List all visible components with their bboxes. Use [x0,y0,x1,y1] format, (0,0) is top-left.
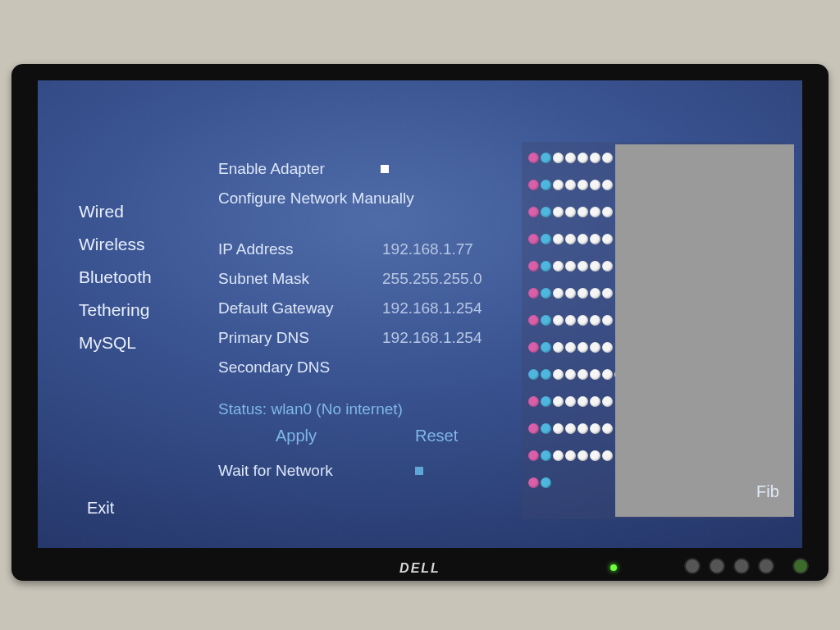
sidebar-item-mysql[interactable]: MySQL [79,326,202,359]
subnet-mask-label: Subnet Mask [218,270,358,288]
enable-adapter-checkbox[interactable] [381,165,389,173]
monitor-button [758,558,774,574]
ip-address-label: IP Address [218,240,358,258]
sidebar-item-bluetooth[interactable]: Bluetooth [79,261,202,294]
settings-panel: Enable Adapter Configure Network Manuall… [218,154,505,480]
status-text: Status: wlan0 (No internet) [218,400,505,418]
default-gateway-value[interactable]: 192.168.1.254 [382,299,482,317]
ip-address-value[interactable]: 192.168.1.77 [382,240,473,258]
monitor-button [684,558,701,574]
redacted-network-list [615,144,794,517]
signal-indicator-icon [528,369,625,380]
apply-button[interactable]: Apply [276,427,317,445]
sidebar: Wired Wireless Bluetooth Tethering MySQL [79,195,202,359]
signal-indicator-icon [528,234,625,244]
monitor-button [733,558,750,574]
signal-indicator-icon [528,423,625,434]
network-item-partial[interactable]: Fib [756,482,779,501]
wait-for-network-checkbox[interactable] [415,467,423,475]
signal-indicator-icon [528,396,625,407]
sidebar-item-tethering[interactable]: Tethering [79,294,202,326]
sidebar-item-wireless[interactable]: Wireless [79,228,202,261]
sidebar-item-wired[interactable]: Wired [79,195,202,228]
signal-indicator-icon [528,315,625,326]
signal-indicator-icon [528,477,625,488]
enable-adapter-label: Enable Adapter [218,160,358,178]
secondary-dns-label: Secondary DNS [218,358,358,377]
signal-indicator-column [528,153,625,488]
signal-indicator-icon [528,288,625,299]
monitor-power-button [792,558,809,574]
signal-indicator-icon [528,342,625,353]
signal-indicator-icon [528,153,625,163]
signal-indicator-icon [528,207,625,217]
signal-indicator-icon [528,261,625,272]
primary-dns-value[interactable]: 192.168.1.254 [382,329,482,347]
signal-indicator-icon [528,450,625,461]
signal-indicator-icon [528,180,625,190]
wait-for-network-label: Wait for Network [218,462,333,480]
primary-dns-label: Primary DNS [218,329,358,347]
configure-manual-label[interactable]: Configure Network Manually [218,189,481,208]
reset-button[interactable]: Reset [415,427,458,445]
monitor-bezel: Wired Wireless Bluetooth Tethering MySQL… [11,64,829,581]
subnet-mask-value[interactable]: 255.255.255.0 [382,270,482,288]
power-led-icon [610,564,617,571]
default-gateway-label: Default Gateway [218,299,358,317]
exit-button[interactable]: Exit [87,499,114,518]
monitor-button [709,558,725,574]
screen: Wired Wireless Bluetooth Tethering MySQL… [38,80,802,548]
